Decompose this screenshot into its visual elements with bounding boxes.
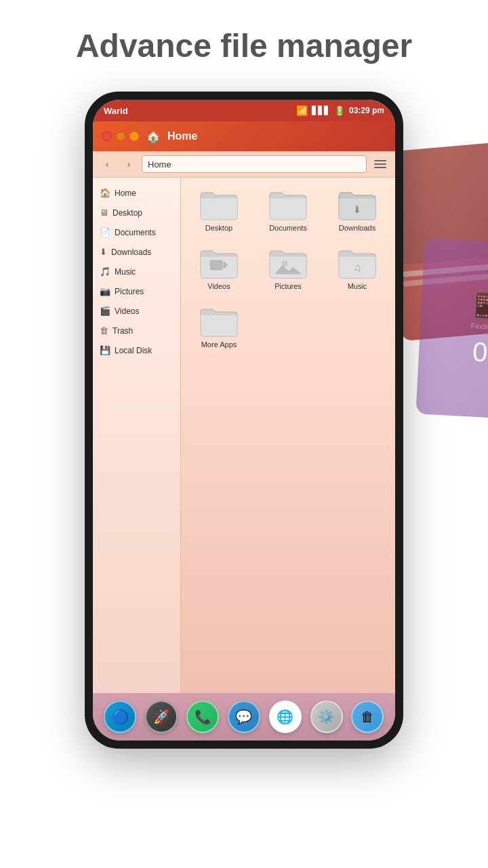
page-wrapper: Advance file manager 📱 Finder 0 Wari xyxy=(0,0,488,868)
folder-icon-more-apps xyxy=(199,305,239,338)
sidebar-downloads-label: Downloads xyxy=(111,248,151,257)
dock-trash[interactable]: 🗑 xyxy=(351,701,384,733)
sidebar-desktop-label: Desktop xyxy=(113,208,142,218)
folder-icon-documents xyxy=(268,189,308,221)
videos-sidebar-icon: 🎬 xyxy=(100,306,110,316)
minimize-button[interactable] xyxy=(116,132,125,141)
messages-icon: 💬 xyxy=(235,709,252,725)
file-label-videos: Videos xyxy=(207,282,230,290)
sidebar-item-downloads[interactable]: ⬇ Downloads xyxy=(93,242,180,262)
bottom-dock: 🔵 🚀 📞 💬 🌐 ⚙️ xyxy=(93,693,395,741)
file-item-videos[interactable]: Videos xyxy=(188,243,250,294)
file-item-desktop[interactable]: Desktop xyxy=(188,184,250,236)
file-grid: Desktop Documents xyxy=(181,178,395,693)
file-label-music: Music xyxy=(348,282,367,290)
decorative-card-2: 📱 Finder 0 xyxy=(415,237,488,420)
file-label-more-apps: More Apps xyxy=(201,340,237,349)
file-item-documents[interactable]: Documents xyxy=(257,184,319,236)
main-content: 🏠 Home 🖥 Desktop 📄 Documents ⬇ xyxy=(93,178,395,693)
localdisk-sidebar-icon: 💾 xyxy=(100,345,110,355)
wifi-icon: 📶 xyxy=(296,105,308,116)
music-sidebar-icon: 🎵 xyxy=(100,267,110,277)
page-title: Advance file manager xyxy=(0,0,488,85)
dock-launchpad[interactable]: 🚀 xyxy=(145,701,178,733)
home-sidebar-icon: 🏠 xyxy=(100,188,110,198)
svg-point-3 xyxy=(282,261,287,267)
sidebar-pictures-label: Pictures xyxy=(115,287,144,296)
home-icon: 🏠 xyxy=(146,129,161,144)
file-label-documents: Documents xyxy=(269,224,307,232)
sidebar-videos-label: Videos xyxy=(115,307,139,316)
folder-icon-desktop xyxy=(199,189,239,221)
chrome-icon: 🌐 xyxy=(277,709,293,725)
maximize-button[interactable] xyxy=(129,132,139,141)
back-button[interactable]: ‹ xyxy=(98,155,116,173)
title-bar-label: Home xyxy=(167,130,197,142)
finder-icon: 🔵 xyxy=(112,709,129,725)
sidebar-item-localdisk[interactable]: 💾 Local Disk xyxy=(93,340,180,360)
trash-sidebar-icon: 🗑 xyxy=(100,326,108,336)
sidebar: 🏠 Home 🖥 Desktop 📄 Documents ⬇ xyxy=(93,178,181,693)
file-label-desktop: Desktop xyxy=(205,224,232,232)
dock-messages[interactable]: 💬 xyxy=(228,701,260,733)
sidebar-trash-label: Trash xyxy=(113,326,133,336)
sidebar-music-label: Music xyxy=(115,267,136,277)
hamburger-icon xyxy=(371,157,389,171)
rocket-icon: 🚀 xyxy=(153,709,170,725)
menu-button[interactable] xyxy=(371,155,390,174)
sidebar-localdisk-label: Local Disk xyxy=(115,346,152,355)
sidebar-item-desktop[interactable]: 🖥 Desktop xyxy=(93,203,180,222)
carrier-text: Warid xyxy=(104,106,128,116)
svg-rect-1 xyxy=(210,260,222,270)
folder-icon-downloads: ⬇ xyxy=(338,189,377,221)
documents-sidebar-icon: 📄 xyxy=(100,227,110,237)
dock-finder[interactable]: 🔵 xyxy=(104,701,136,733)
downloads-sidebar-icon: ⬇ xyxy=(100,247,107,257)
phone-icon: 📞 xyxy=(195,709,211,725)
folder-icon-music: ♫ xyxy=(338,247,377,279)
address-bar: ‹ › xyxy=(93,151,395,178)
desktop-sidebar-icon: 🖥 xyxy=(100,208,108,218)
address-input[interactable] xyxy=(142,155,367,173)
pictures-sidebar-icon: 📷 xyxy=(100,286,110,296)
phone-frame: Warid 📶 ▋▋▋ 🔋 03:29 pm 🏠 xyxy=(85,92,403,749)
settings-icon: ⚙️ xyxy=(318,709,335,725)
sidebar-item-pictures[interactable]: 📷 Pictures xyxy=(93,281,180,301)
svg-text:⬇: ⬇ xyxy=(353,204,361,215)
svg-text:♫: ♫ xyxy=(353,262,361,273)
file-item-music[interactable]: ♫ Music xyxy=(326,243,388,294)
sidebar-documents-label: Documents xyxy=(115,228,156,237)
dock-settings[interactable]: ⚙️ xyxy=(310,701,343,733)
file-label-downloads: Downloads xyxy=(339,224,375,232)
file-item-more-apps[interactable]: More Apps xyxy=(188,301,250,353)
folder-icon-pictures xyxy=(268,247,308,279)
status-bar-right: 📶 ▋▋▋ 🔋 03:29 pm xyxy=(296,105,384,116)
phone-screen: Warid 📶 ▋▋▋ 🔋 03:29 pm 🏠 xyxy=(93,100,395,741)
trash-icon: 🗑 xyxy=(361,709,374,725)
close-button[interactable] xyxy=(102,132,112,141)
sidebar-item-home[interactable]: 🏠 Home xyxy=(93,183,180,203)
sidebar-item-documents[interactable]: 📄 Documents xyxy=(93,222,180,242)
file-label-pictures: Pictures xyxy=(274,282,302,290)
time-text: 03:29 pm xyxy=(349,106,384,115)
status-bar: Warid 📶 ▋▋▋ 🔋 03:29 pm xyxy=(93,100,395,121)
battery-icon: 🔋 xyxy=(334,106,345,116)
window-controls xyxy=(102,132,139,141)
file-item-downloads[interactable]: ⬇ Downloads xyxy=(326,184,388,236)
sidebar-item-music[interactable]: 🎵 Music xyxy=(93,262,180,281)
sidebar-item-videos[interactable]: 🎬 Videos xyxy=(93,301,180,321)
sidebar-home-label: Home xyxy=(115,189,136,198)
signal-icon: ▋▋▋ xyxy=(312,106,330,115)
title-bar: 🏠 Home xyxy=(93,121,395,151)
dock-chrome[interactable]: 🌐 xyxy=(269,701,302,733)
dock-phone[interactable]: 📞 xyxy=(186,701,219,733)
file-item-pictures[interactable]: Pictures xyxy=(257,243,319,294)
folder-icon-videos xyxy=(199,247,239,279)
forward-button[interactable]: › xyxy=(120,155,138,173)
sidebar-item-trash[interactable]: 🗑 Trash xyxy=(93,321,180,340)
